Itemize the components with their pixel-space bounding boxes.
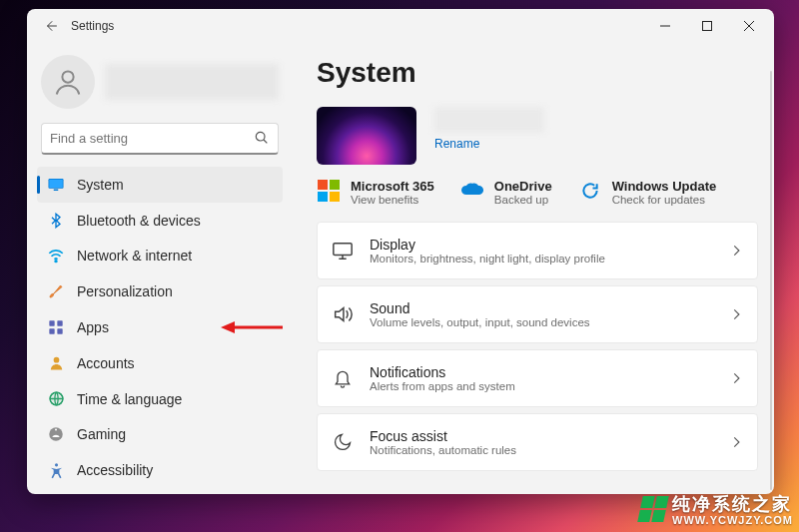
nav-label: Accessibility [77, 462, 153, 478]
sound-icon [332, 303, 354, 325]
sidebar: System Bluetooth & devices Network & int… [27, 43, 293, 494]
svg-point-17 [55, 429, 57, 431]
nav-item-accessibility[interactable]: Accessibility [37, 452, 283, 488]
card-sub: Monitors, brightness, night light, displ… [370, 253, 713, 265]
nav-item-system[interactable]: System [37, 167, 283, 203]
nav-item-accounts[interactable]: Accounts [37, 345, 283, 381]
nav-label: Network & internet [77, 248, 192, 264]
scrollbar[interactable] [770, 71, 772, 490]
brush-icon [47, 282, 65, 300]
settings-window: Settings System [27, 9, 774, 494]
chevron-right-icon [729, 435, 743, 449]
status-sub: Check for updates [612, 194, 717, 206]
onedrive-icon [460, 179, 484, 203]
svg-marker-12 [221, 321, 235, 333]
status-title: OneDrive [494, 179, 552, 194]
nav-label: Bluetooth & devices [77, 213, 201, 229]
page-title: System [317, 57, 758, 89]
status-microsoft365[interactable]: Microsoft 365View benefits [317, 179, 434, 206]
nav-list: System Bluetooth & devices Network & int… [37, 167, 283, 488]
status-windows-update[interactable]: Windows UpdateCheck for updates [578, 179, 717, 206]
watermark-logo [637, 496, 669, 522]
svg-point-18 [54, 463, 57, 466]
card-notifications[interactable]: NotificationsAlerts from apps and system [317, 349, 758, 407]
chevron-right-icon [729, 244, 743, 258]
card-sub: Volume levels, output, input, sound devi… [370, 316, 713, 328]
watermark-en: WWW.YCWJZY.COM [672, 514, 793, 526]
card-sub: Alerts from apps and system [370, 380, 713, 392]
search-icon [254, 130, 270, 146]
svg-point-2 [256, 133, 265, 142]
svg-rect-7 [49, 320, 54, 325]
card-display[interactable]: DisplayMonitors, brightness, night light… [317, 222, 758, 279]
app-title: Settings [71, 19, 114, 33]
accessibility-icon [47, 461, 65, 479]
status-onedrive[interactable]: OneDriveBacked up [460, 179, 552, 206]
update-icon [578, 179, 602, 203]
nav-item-bluetooth[interactable]: Bluetooth & devices [37, 203, 283, 239]
status-title: Windows Update [612, 179, 717, 194]
svg-rect-20 [330, 180, 340, 190]
status-title: Microsoft 365 [351, 179, 434, 194]
nav-item-personalization[interactable]: Personalization [37, 273, 283, 309]
chevron-right-icon [729, 307, 743, 321]
card-sound[interactable]: SoundVolume levels, output, input, sound… [317, 285, 758, 343]
svg-rect-21 [318, 192, 328, 202]
search-box[interactable] [41, 123, 279, 155]
svg-rect-9 [49, 328, 54, 333]
status-sub: Backed up [494, 194, 552, 206]
nav-item-apps[interactable]: Apps [37, 309, 283, 345]
window-body: System Bluetooth & devices Network & int… [27, 43, 774, 494]
svg-rect-4 [49, 179, 63, 187]
svg-rect-0 [703, 22, 712, 31]
back-button[interactable] [37, 12, 65, 40]
title-bar: Settings [27, 9, 774, 43]
nav-item-network[interactable]: Network & internet [37, 238, 283, 273]
minimize-button[interactable] [644, 12, 686, 40]
nav-label: Accounts [77, 355, 135, 371]
maximize-button[interactable] [686, 12, 728, 40]
card-title: Sound [370, 300, 713, 316]
svg-point-6 [55, 261, 57, 263]
chevron-right-icon [729, 371, 743, 385]
system-icon [47, 176, 65, 194]
card-title: Focus assist [370, 428, 713, 444]
svg-rect-5 [54, 189, 59, 191]
person-icon [47, 354, 65, 372]
bell-icon [332, 367, 354, 389]
card-focus-assist[interactable]: Focus assistNotifications, automatic rul… [317, 413, 758, 471]
globe-icon [47, 390, 65, 408]
svg-rect-22 [330, 192, 340, 202]
svg-rect-19 [318, 180, 328, 190]
card-sub: Notifications, automatic rules [370, 444, 713, 456]
card-title: Notifications [370, 364, 713, 380]
nav-label: Apps [77, 319, 109, 335]
status-row: Microsoft 365View benefits OneDriveBacke… [317, 179, 758, 206]
main-pane: System Rename Microsoft 365View benefits [293, 43, 774, 494]
microsoft365-icon [317, 179, 341, 203]
rename-link[interactable]: Rename [434, 137, 544, 151]
display-icon [332, 240, 354, 262]
svg-point-13 [53, 357, 59, 363]
profile-block[interactable] [37, 49, 283, 119]
search-input[interactable] [50, 131, 254, 146]
nav-label: Time & language [77, 391, 182, 407]
bluetooth-icon [47, 212, 65, 230]
svg-point-1 [62, 71, 73, 82]
watermark: 纯净系统之家 WWW.YCWJZY.COM [640, 492, 793, 526]
avatar [41, 55, 95, 109]
nav-item-time-language[interactable]: Time & language [37, 381, 283, 417]
status-sub: View benefits [351, 194, 434, 206]
nav-item-gaming[interactable]: Gaming [37, 416, 283, 452]
svg-rect-23 [334, 244, 352, 256]
profile-name-redacted [105, 64, 279, 100]
nav-label: Gaming [77, 426, 126, 442]
moon-icon [332, 431, 354, 453]
desktop-thumbnail[interactable] [317, 107, 416, 165]
watermark-cn: 纯净系统之家 [672, 492, 793, 516]
gaming-icon [47, 425, 65, 443]
close-button[interactable] [728, 12, 770, 40]
card-title: Display [370, 237, 713, 253]
svg-rect-8 [57, 320, 62, 325]
wifi-icon [47, 247, 65, 265]
